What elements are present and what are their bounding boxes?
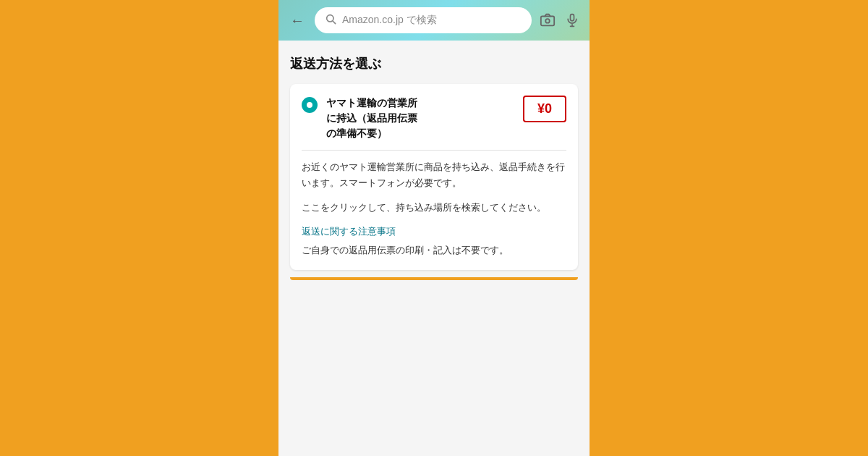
description-1: お近くのヤマト運輸営業所に商品を持ち込み、返品手続きを行います。スマートフォンが… bbox=[302, 159, 566, 191]
price-text: ¥0 bbox=[537, 101, 552, 117]
bottom-accent bbox=[290, 277, 578, 280]
back-button[interactable]: ← bbox=[287, 10, 307, 30]
radio-selected[interactable] bbox=[302, 97, 318, 113]
option-left: ヤマト運輸の営業所に持込（返品用伝票の準備不要） bbox=[302, 96, 523, 141]
divider bbox=[302, 150, 566, 151]
search-bar[interactable]: Amazon.co.jp で検索 bbox=[315, 7, 532, 33]
page-title: 返送方法を選ぶ bbox=[290, 55, 578, 72]
radio-inner bbox=[307, 102, 312, 108]
search-icon bbox=[325, 13, 336, 28]
svg-rect-4 bbox=[571, 14, 574, 21]
svg-rect-2 bbox=[541, 17, 554, 26]
svg-point-3 bbox=[545, 19, 550, 23]
mic-icon[interactable] bbox=[563, 12, 581, 29]
browser-bar: ← Amazon.co.jp で検索 bbox=[278, 0, 590, 41]
description-2: ここをクリックして、持ち込み場所を検索してください。 bbox=[302, 200, 566, 216]
option-card: ヤマト運輸の営業所に持込（返品用伝票の準備不要） ¥0 お近くのヤマト運輸営業所… bbox=[290, 84, 578, 270]
price-badge: ¥0 bbox=[523, 96, 566, 122]
caution-link[interactable]: 返送に関する注意事項 bbox=[302, 225, 396, 238]
svg-line-1 bbox=[333, 21, 336, 24]
page-content: 返送方法を選ぶ ヤマト運輸の営業所に持込（返品用伝票の準備不要） ¥0 お近くの… bbox=[278, 41, 590, 456]
note-text: ご自身での返品用伝票の印刷・記入は不要です。 bbox=[302, 242, 566, 258]
option-row: ヤマト運輸の営業所に持込（返品用伝票の準備不要） ¥0 bbox=[302, 96, 566, 141]
search-input-text: Amazon.co.jp で検索 bbox=[342, 14, 522, 27]
browser-icons bbox=[539, 12, 581, 29]
phone-frame: ← Amazon.co.jp で検索 bbox=[278, 0, 590, 456]
option-title: ヤマト運輸の営業所に持込（返品用伝票の準備不要） bbox=[326, 96, 417, 141]
camera-icon[interactable] bbox=[539, 12, 556, 29]
